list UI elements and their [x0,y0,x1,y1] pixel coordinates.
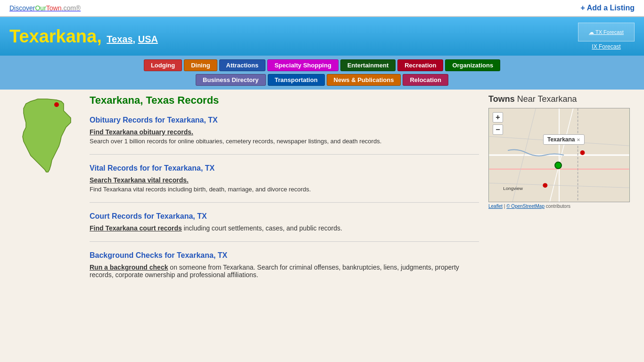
nav-transportation[interactable]: Transportation [268,74,325,86]
state-link[interactable]: Texas [107,34,132,44]
leaflet-link[interactable]: Leaflet [488,204,503,209]
court-records-suffix: including court settlements, cases, and … [182,224,342,232]
nav-organizations[interactable]: Organizations [445,59,500,71]
vital-records-link[interactable]: Search Texarkana vital records. [90,176,189,184]
logo-discover: Discover [9,4,35,12]
nav-specialty-shopping[interactable]: Specialty Shopping [267,59,339,71]
country-link[interactable]: USA [138,34,158,44]
logo-com: .com® [62,4,81,12]
nav-attractions[interactable]: Attractions [219,59,266,71]
header: DiscoverOurTown.com® + Add a Listing [0,0,644,17]
nav-lodging[interactable]: Lodging [144,59,182,71]
svg-point-14 [555,162,561,169]
nav-row-1: Lodging Dining Attractions Specialty Sho… [144,59,500,71]
vital-records-title: Vital Records for for Texarkana, TX [90,164,479,173]
state-map-section [9,94,85,307]
vital-records-section: Vital Records for for Texarkana, TX Sear… [90,164,479,203]
nav-entertainment[interactable]: Entertainment [340,59,396,71]
nav-recreation[interactable]: Recreation [397,59,443,71]
city-name: Texarkana, [9,26,102,46]
obituary-section: Obituary Records for Texarkana, TX Find … [90,116,479,155]
logo-town: Town [46,4,62,12]
content-with-map: Texarkana, Texas Records Obituary Record… [0,90,644,307]
nearby-towns-map[interactable]: Longview + − Texarkana [488,108,630,202]
background-checks-section: Background Checks for Texarkana, TX Run … [90,251,479,288]
towns-subtitle: Near Texarkana [517,94,577,104]
city-banner: Texarkana, Texas, USA ☁ TX Forecast IX F… [0,17,644,56]
nav-news-publications[interactable]: News & Publications [327,74,401,86]
logo-our: Our [35,4,46,12]
add-listing-link[interactable]: + Add a Listing [580,4,635,12]
zoom-in-button[interactable]: + [493,112,503,123]
logo-link[interactable]: DiscoverOurTown.com® [9,4,81,12]
background-checks-title: Background Checks for Texarkana, TX [90,251,479,260]
page-title: Texarkana, Texas Records [90,94,479,107]
forecast-section: ☁ TX Forecast IX Forecast [578,23,635,50]
texas-map-svg [9,94,85,179]
svg-point-11 [580,150,585,155]
svg-marker-0 [23,99,71,172]
map-svg: Longview [489,108,629,202]
main-content: Texarkana, Texas Records Obituary Record… [85,94,635,307]
court-records-title: Court Records for Texarkana, TX [90,212,479,221]
nav-dining[interactable]: Dining [184,59,217,71]
left-content: Texarkana, Texas Records Obituary Record… [90,94,479,297]
map-credit: Leaflet | © OpenStreetMap contributors [488,204,635,209]
zoom-out-button[interactable]: − [493,124,503,135]
nav-row-2: Business Directory Transportation News &… [196,74,448,86]
svg-point-13 [543,183,547,188]
right-sidebar: Towns Near Texarkana [488,94,635,297]
obituary-description: Search over 1 billion records for online… [90,138,479,145]
towns-label: Towns [488,94,515,104]
texarkana-dot [54,102,59,107]
court-records-section: Court Records for Texarkana, TX Find Tex… [90,212,479,242]
towns-near-title: Towns Near Texarkana [488,94,635,104]
city-title: Texarkana, Texas, USA [9,26,158,46]
background-check-link[interactable]: Run a background check [90,263,168,271]
forecast-text-link[interactable]: IX Forecast [592,43,620,50]
vital-records-description: Find Texarkana vital records including b… [90,186,479,193]
forecast-link[interactable]: ☁ TX Forecast [578,23,635,43]
obituary-link[interactable]: Find Texarkana obituary records. [90,128,193,136]
navigation: Lodging Dining Attractions Specialty Sho… [0,56,644,90]
nav-business-directory[interactable]: Business Directory [196,74,266,86]
court-records-link[interactable]: Find Texarkana court records [90,224,182,232]
osm-link[interactable]: © OpenStreetMap [506,204,545,209]
nav-relocation[interactable]: Relocation [403,74,448,86]
forecast-image: ☁ TX Forecast [578,23,635,41]
obituary-title: Obituary Records for Texarkana, TX [90,116,479,124]
svg-text:Longview: Longview [503,186,523,191]
city-state-links: Texas, USA [107,34,158,44]
osm-suffix: contributors [546,204,570,209]
state-sep: , [133,34,136,44]
map-popup: Texarkana [543,134,585,145]
